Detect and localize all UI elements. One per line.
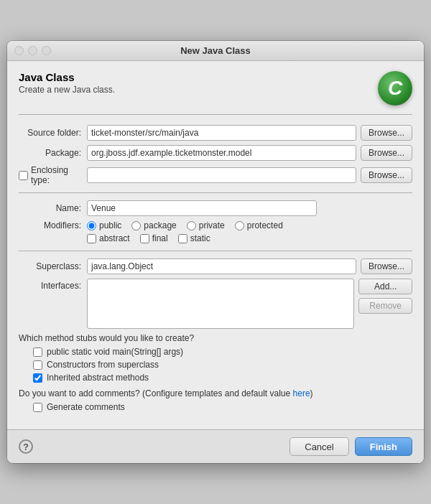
interfaces-buttons: Add... Remove [358, 279, 412, 314]
divider-1 [19, 192, 412, 193]
title-bar: New Java Class [7, 41, 424, 61]
finish-button[interactable]: Finish [355, 437, 412, 456]
package-label: Package: [19, 148, 87, 158]
modifier-final-text: final [152, 233, 168, 243]
dialog-footer: ? Cancel Finish [7, 429, 424, 463]
remove-interface-button[interactable]: Remove [358, 298, 412, 314]
stubs-option-2: Constructors from superclass [19, 360, 412, 370]
eclipse-icon: C [378, 71, 412, 106]
modifier-protected-label[interactable]: protected [235, 220, 283, 230]
modifier-package-label[interactable]: package [131, 220, 176, 230]
stubs-option-3: Inherited abstract methods [19, 373, 412, 383]
modifier-private-text: private [199, 220, 225, 230]
dialog-content: Java Class Create a new Java class. C So… [7, 61, 424, 429]
interfaces-textarea[interactable] [87, 279, 354, 329]
stubs-main-label: public static void main(String[] args) [47, 347, 183, 357]
comments-question: Do you want to add comments? (Configure … [19, 388, 412, 398]
modifier-private-radio[interactable] [187, 221, 196, 230]
modifier-protected-radio[interactable] [235, 221, 244, 230]
main-window: New Java Class Java Class Create a new J… [7, 41, 424, 463]
cancel-button[interactable]: Cancel [289, 437, 348, 456]
help-button[interactable]: ? [19, 439, 33, 454]
modifiers-line-1: public package private protected [87, 220, 283, 230]
modifier-package-radio[interactable] [131, 221, 141, 230]
stubs-section: Which method stubs would you like to cre… [19, 333, 412, 383]
superclass-browse-button[interactable]: Browse... [361, 258, 412, 274]
name-row: Name: [19, 200, 412, 216]
name-label: Name: [19, 203, 87, 213]
stubs-question: Which method stubs would you like to cre… [19, 333, 412, 343]
comments-section: Do you want to add comments? (Configure … [19, 388, 412, 412]
stubs-inherited-label: Inherited abstract methods [47, 373, 149, 383]
package-input[interactable] [87, 145, 356, 161]
enclosing-type-row: Enclosing type: Browse... [19, 165, 412, 185]
maximize-button[interactable] [42, 46, 51, 55]
modifiers-label: Modifiers: [19, 220, 87, 230]
comments-question-prefix: Do you want to add comments? (Configure … [19, 388, 293, 398]
package-browse-button[interactable]: Browse... [361, 145, 412, 161]
comments-here-link[interactable]: here [293, 388, 310, 398]
modifier-final-label[interactable]: final [140, 233, 168, 243]
modifier-abstract-text: abstract [99, 233, 130, 243]
header-text: Java Class Create a new Java class. [19, 71, 115, 95]
package-row: Package: Browse... [19, 145, 412, 161]
source-folder-input[interactable] [87, 125, 356, 141]
modifier-private-label[interactable]: private [187, 220, 225, 230]
source-folder-label: Source folder: [19, 128, 87, 138]
stubs-option-1: public static void main(String[] args) [19, 347, 412, 357]
modifier-package-text: package [144, 220, 176, 230]
divider-2 [19, 251, 412, 251]
modifier-protected-text: protected [247, 220, 283, 230]
stubs-main-checkbox[interactable] [33, 347, 42, 357]
add-interface-button[interactable]: Add... [358, 279, 412, 294]
superclass-row: Superclass: Browse... [19, 258, 412, 274]
modifiers-grid: public package private protected [87, 220, 283, 243]
source-folder-browse-button[interactable]: Browse... [361, 125, 412, 141]
modifier-public-label[interactable]: public [87, 220, 121, 230]
modifier-static-text: static [190, 233, 210, 243]
modifier-public-radio[interactable] [87, 221, 96, 230]
comments-question-suffix: ) [310, 388, 313, 398]
generate-comments-checkbox[interactable] [33, 403, 42, 412]
superclass-label: Superclass: [19, 261, 87, 271]
modifier-static-label[interactable]: static [178, 233, 210, 243]
minimize-button[interactable] [28, 46, 37, 55]
name-input[interactable] [87, 200, 317, 216]
modifier-static-checkbox[interactable] [178, 234, 187, 243]
modifier-abstract-label[interactable]: abstract [87, 233, 130, 243]
source-folder-row: Source folder: Browse... [19, 125, 412, 141]
generate-comments-label: Generate comments [47, 402, 125, 412]
dialog-subtitle: Create a new Java class. [19, 85, 115, 95]
superclass-input[interactable] [87, 258, 356, 274]
stubs-inherited-checkbox[interactable] [33, 373, 42, 383]
enclosing-type-checkbox[interactable] [19, 171, 28, 180]
interfaces-label: Interfaces: [19, 279, 87, 291]
footer-buttons: Cancel Finish [289, 437, 412, 456]
modifier-public-text: public [99, 220, 121, 230]
modifier-abstract-checkbox[interactable] [87, 234, 96, 243]
close-button[interactable] [14, 46, 24, 55]
interfaces-row: Interfaces: Add... Remove [19, 279, 412, 329]
dialog-header: Java Class Create a new Java class. C [19, 71, 412, 115]
traffic-lights [14, 46, 51, 55]
enclosing-type-browse-button[interactable]: Browse... [361, 167, 412, 183]
modifiers-line-2: abstract final static [87, 233, 283, 243]
dialog-title: Java Class [19, 71, 115, 83]
enclosing-type-checkbox-label[interactable]: Enclosing type: [19, 165, 81, 185]
comments-option: Generate comments [19, 402, 412, 412]
stubs-constructors-checkbox[interactable] [33, 360, 42, 370]
window-title: New Java Class [180, 45, 251, 56]
stubs-constructors-label: Constructors from superclass [47, 360, 159, 370]
enclosing-type-checkbox-spacer: Enclosing type: [19, 165, 87, 185]
enclosing-type-label: Enclosing type: [31, 165, 81, 185]
modifier-final-checkbox[interactable] [140, 234, 149, 243]
enclosing-type-input[interactable] [87, 167, 356, 183]
modifiers-row: Modifiers: public package private [19, 220, 412, 243]
